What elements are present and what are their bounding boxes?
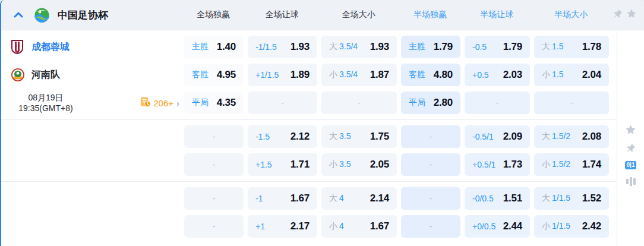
odds-value: 1.89 <box>291 69 310 81</box>
odds-cell[interactable]: 客胜4.80 <box>401 64 460 86</box>
odds-cell[interactable]: 大1.51.78 <box>534 36 609 58</box>
odds-cell[interactable]: +1.51.71 <box>248 153 317 176</box>
favorite-star-icon[interactable] <box>625 124 636 135</box>
odds-label: -0/0.5 <box>472 194 494 203</box>
odds-cell[interactable]: 小1.52.04 <box>534 64 609 86</box>
odds-body: 成都蓉城 河南队 08月19日 <box>1 30 644 246</box>
odds-cell[interactable]: 大3.5/41.93 <box>321 36 397 58</box>
markets-history-icon <box>140 96 151 110</box>
odds-cell[interactable]: 小1.5/21.74 <box>534 153 609 176</box>
corner-score-badge[interactable]: 0|1 <box>625 161 637 169</box>
odds-cell[interactable]: +0.5/11.73 <box>465 153 530 176</box>
pin-icon[interactable] <box>626 143 636 153</box>
odds-label: 小4 <box>329 221 344 232</box>
over-under-prefix: 大 <box>329 131 337 141</box>
favorite-star-icon[interactable] <box>626 8 637 21</box>
odds-cell[interactable]: +0/0.52.44 <box>465 215 530 238</box>
odds-label: 大4 <box>329 193 344 204</box>
column-header: 半场独赢 <box>400 10 460 20</box>
odds-cell[interactable]: -1.52.12 <box>248 125 317 148</box>
odds-cell[interactable]: 平局4.35 <box>184 92 244 114</box>
odds-label: 客胜 <box>409 70 425 80</box>
empty-dash: - <box>358 98 361 108</box>
odds-label: +0.5/1 <box>472 160 495 169</box>
away-team-badge-icon <box>11 68 24 82</box>
odds-cell[interactable]: 客胜4.95 <box>184 64 244 86</box>
odds-cell[interactable]: 小3.52.05 <box>321 153 397 176</box>
more-markets-link[interactable]: 206+ › <box>140 96 179 110</box>
column-header: 全场让球 <box>247 10 317 20</box>
column-header: 全场大小 <box>321 10 396 20</box>
odds-cell-empty: - <box>184 125 244 148</box>
over-under-prefix: 小 <box>542 70 550 79</box>
empty-dash: - <box>496 98 499 108</box>
odds-cell[interactable]: -1/1.51.93 <box>248 36 317 58</box>
odds-value: 4.35 <box>217 97 236 109</box>
over-under-prefix: 大 <box>542 193 550 203</box>
odds-value: 1.67 <box>291 193 310 204</box>
odds-label: +0.5 <box>472 70 489 80</box>
markets-count[interactable]: 206+ <box>153 98 173 108</box>
league-logo-icon <box>34 8 49 23</box>
odds-label: 平局 <box>192 97 209 108</box>
odds-value: 2.05 <box>370 159 389 171</box>
match-datetime: 08月19日 19:35(GMT+8) <box>1 92 90 113</box>
odds-cell[interactable]: 大1.5/22.08 <box>534 125 609 148</box>
odds-label: -0.5 <box>472 42 487 52</box>
odds-grid-main: 主胜1.40-1/1.51.93大3.5/41.93主胜1.79-0.51.79… <box>184 30 614 119</box>
odds-cell[interactable]: +0.52.03 <box>465 64 530 86</box>
over-under-prefix: 大 <box>329 193 337 203</box>
odds-cell[interactable]: 小1/1.52.42 <box>534 215 609 238</box>
stats-chart-icon[interactable] <box>626 177 636 186</box>
pin-icon[interactable] <box>613 9 623 21</box>
odds-value: 4.95 <box>217 69 236 81</box>
odds-cell[interactable]: 平局2.80 <box>401 92 460 114</box>
odds-value: 1.93 <box>291 41 310 53</box>
odds-value: 1.52 <box>582 193 601 204</box>
odds-cell-empty: - <box>321 92 397 114</box>
odds-cell-empty: - <box>401 187 460 210</box>
odds-cell[interactable]: 大1/1.51.52 <box>534 187 609 210</box>
odds-grid-tertiary: --11.67大42.14--0/0.51.51大1/1.51.52-+12.1… <box>184 182 614 243</box>
odds-value: 1.73 <box>503 159 522 171</box>
odds-cell[interactable]: -0/0.51.51 <box>465 187 530 210</box>
odds-cell-empty: - <box>534 92 609 114</box>
empty-dash: - <box>213 194 216 203</box>
odds-value: 1.87 <box>370 69 389 81</box>
away-team-name[interactable]: 河南队 <box>31 69 60 81</box>
spacer-pane <box>1 182 184 243</box>
home-team-name[interactable]: 成都蓉城 <box>31 41 70 53</box>
odds-label: 小3.5/4 <box>329 70 358 80</box>
odds-label: 大1/1.5 <box>542 193 570 204</box>
home-team-row[interactable]: 成都蓉城 <box>1 36 184 58</box>
empty-dash: - <box>213 222 216 231</box>
away-team-row[interactable]: 河南队 <box>1 64 184 86</box>
match-time: 19:35(GMT+8) <box>1 103 90 113</box>
over-under-prefix: 大 <box>542 42 550 51</box>
home-team-badge-icon <box>11 40 24 54</box>
odds-group-tertiary: --11.67大42.14--0/0.51.51大1/1.51.52-+12.1… <box>1 181 615 243</box>
odds-cell[interactable]: -0.5/12.09 <box>465 125 530 148</box>
collapse-chevron-up-icon[interactable] <box>11 7 26 23</box>
odds-cell[interactable]: 大42.14 <box>321 187 397 210</box>
odds-cell[interactable]: +1/1.51.89 <box>248 64 317 86</box>
odds-cell[interactable]: 小41.67 <box>321 215 397 238</box>
odds-grid-secondary: --1.52.12大3.51.75--0.5/12.09大1.5/22.08-+… <box>184 120 614 181</box>
odds-cell[interactable]: +12.17 <box>248 215 317 238</box>
odds-label: -1.5 <box>255 132 270 141</box>
odds-value: 1.78 <box>582 41 601 53</box>
odds-label: 小1.5/2 <box>542 159 570 170</box>
odds-label: 主胜 <box>192 42 209 52</box>
odds-cell[interactable]: -11.67 <box>248 187 317 210</box>
odds-cell[interactable]: 小3.5/41.87 <box>321 64 397 86</box>
odds-column-headers: 全场独赢全场让球全场大小半场独赢半场让球半场大小 <box>184 10 613 20</box>
odds-label: -1 <box>255 194 263 203</box>
odds-cell[interactable]: 主胜1.79 <box>401 36 460 58</box>
odds-cell[interactable]: 主胜1.40 <box>184 36 244 58</box>
odds-value: 2.09 <box>503 131 522 143</box>
odds-cell[interactable]: -0.51.79 <box>465 36 530 58</box>
over-under-prefix: 小 <box>542 221 550 231</box>
odds-cell[interactable]: 大3.51.75 <box>321 125 397 148</box>
chevron-right-icon[interactable]: › <box>176 98 179 108</box>
column-header: 全场独赢 <box>184 10 243 20</box>
